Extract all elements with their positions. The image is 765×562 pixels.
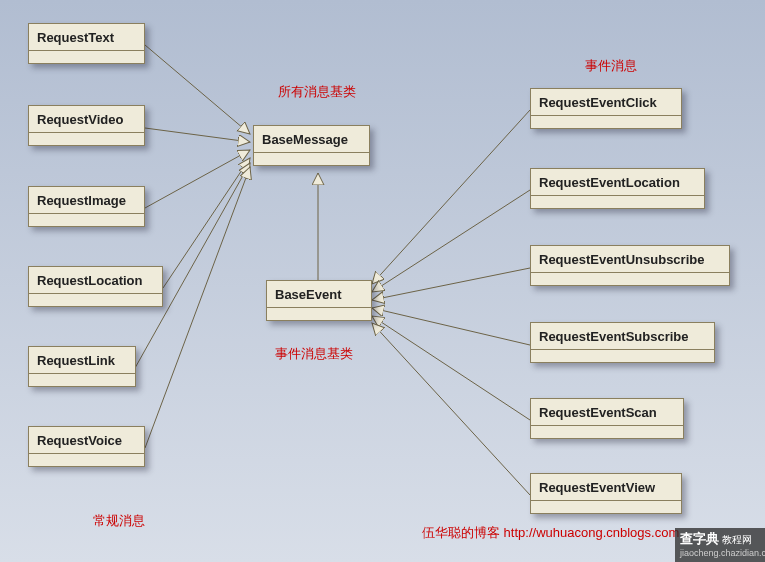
- class-request-event-view: RequestEventView: [530, 473, 682, 514]
- svg-line-1: [145, 128, 250, 142]
- class-title: RequestVideo: [29, 106, 144, 132]
- class-compartment: [254, 152, 369, 165]
- class-compartment: [531, 425, 683, 438]
- class-compartment: [29, 213, 144, 226]
- class-compartment: [267, 307, 371, 320]
- class-title: RequestImage: [29, 187, 144, 213]
- svg-line-0: [145, 45, 250, 134]
- svg-line-10: [372, 308, 530, 345]
- watermark-line3: jiaocheng.chazidian.com: [680, 548, 765, 558]
- svg-line-11: [372, 316, 530, 420]
- svg-line-12: [372, 323, 530, 495]
- svg-line-9: [372, 268, 530, 300]
- class-title: RequestLink: [29, 347, 135, 373]
- class-request-voice: RequestVoice: [28, 426, 145, 467]
- class-title: BaseEvent: [267, 281, 371, 307]
- class-title: RequestVoice: [29, 427, 144, 453]
- class-request-event-subscribe: RequestEventSubscribe: [530, 322, 715, 363]
- class-request-image: RequestImage: [28, 186, 145, 227]
- class-request-event-scan: RequestEventScan: [530, 398, 684, 439]
- class-request-location: RequestLocation: [28, 266, 163, 307]
- class-compartment: [531, 195, 704, 208]
- svg-line-5: [145, 167, 250, 448]
- class-compartment: [531, 500, 681, 513]
- class-compartment: [531, 115, 681, 128]
- class-request-event-unsubscribe: RequestEventUnsubscribe: [530, 245, 730, 286]
- class-compartment: [29, 132, 144, 145]
- uml-diagram-canvas: 所有消息基类 事件消息基类 常规消息 事件消息 伍华聪的博客 http://wu…: [0, 0, 765, 562]
- base-event-annotation: 事件消息基类: [275, 345, 353, 363]
- class-title: RequestEventClick: [531, 89, 681, 115]
- svg-line-8: [372, 190, 530, 292]
- class-request-video: RequestVideo: [28, 105, 145, 146]
- class-title: BaseMessage: [254, 126, 369, 152]
- watermark-line2: 教程网: [722, 534, 752, 545]
- regular-messages-label: 常规消息: [93, 512, 145, 530]
- svg-line-3: [163, 158, 250, 288]
- class-request-text: RequestText: [28, 23, 145, 64]
- class-title: RequestText: [29, 24, 144, 50]
- class-compartment: [29, 453, 144, 466]
- class-title: RequestEventUnsubscribe: [531, 246, 729, 272]
- svg-line-2: [145, 150, 250, 208]
- class-request-link: RequestLink: [28, 346, 136, 387]
- event-messages-label: 事件消息: [585, 57, 637, 75]
- base-message-annotation: 所有消息基类: [278, 83, 356, 101]
- class-compartment: [29, 293, 162, 306]
- class-title: RequestEventLocation: [531, 169, 704, 195]
- class-compartment: [531, 272, 729, 285]
- class-request-event-click: RequestEventClick: [530, 88, 682, 129]
- class-title: RequestEventView: [531, 474, 681, 500]
- class-compartment: [29, 50, 144, 63]
- class-compartment: [29, 373, 135, 386]
- svg-line-7: [372, 110, 530, 284]
- watermark: 查字典 教程网 jiaocheng.chazidian.com: [675, 528, 765, 562]
- class-title: RequestLocation: [29, 267, 162, 293]
- watermark-line1: 查字典: [680, 531, 719, 546]
- class-base-message: BaseMessage: [253, 125, 370, 166]
- class-title: RequestEventSubscribe: [531, 323, 714, 349]
- class-compartment: [531, 349, 714, 362]
- blog-credit-label: 伍华聪的博客 http://wuhuacong.cnblogs.com: [422, 524, 679, 542]
- class-title: RequestEventScan: [531, 399, 683, 425]
- class-request-event-location: RequestEventLocation: [530, 168, 705, 209]
- class-base-event: BaseEvent: [266, 280, 372, 321]
